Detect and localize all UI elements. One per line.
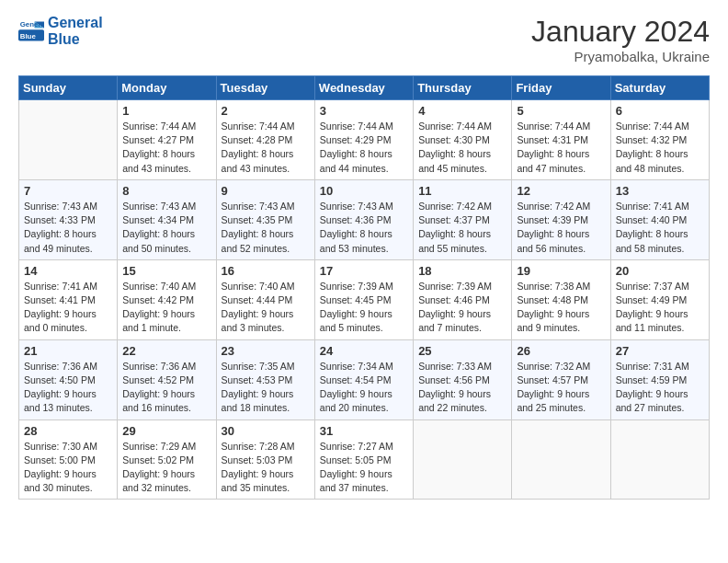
day-number: 20 bbox=[616, 264, 704, 278]
day-info: Sunrise: 7:39 AMSunset: 4:46 PMDaylight:… bbox=[418, 280, 506, 336]
day-cell: 2Sunrise: 7:44 AMSunset: 4:28 PMDaylight… bbox=[216, 100, 314, 180]
day-number: 10 bbox=[320, 184, 408, 198]
day-cell: 1Sunrise: 7:44 AMSunset: 4:27 PMDaylight… bbox=[118, 100, 216, 180]
day-cell: 17Sunrise: 7:39 AMSunset: 4:45 PMDayligh… bbox=[314, 259, 413, 339]
day-number: 26 bbox=[517, 344, 605, 358]
day-cell: 29Sunrise: 7:29 AMSunset: 5:02 PMDayligh… bbox=[118, 419, 216, 500]
day-number: 6 bbox=[616, 104, 704, 118]
day-info: Sunrise: 7:36 AMSunset: 4:52 PMDaylight:… bbox=[122, 360, 210, 416]
day-cell: 24Sunrise: 7:34 AMSunset: 4:54 PMDayligh… bbox=[314, 339, 413, 419]
col-header-thursday: Thursday bbox=[414, 76, 512, 100]
header-row: SundayMondayTuesdayWednesdayThursdayFrid… bbox=[19, 76, 710, 100]
day-info: Sunrise: 7:29 AMSunset: 5:02 PMDaylight:… bbox=[122, 440, 210, 496]
day-info: Sunrise: 7:43 AMSunset: 4:35 PMDaylight:… bbox=[222, 200, 310, 256]
day-info: Sunrise: 7:44 AMSunset: 4:29 PMDaylight:… bbox=[320, 120, 408, 176]
day-number: 29 bbox=[122, 424, 210, 438]
day-info: Sunrise: 7:43 AMSunset: 4:36 PMDaylight:… bbox=[320, 200, 408, 256]
col-header-monday: Monday bbox=[118, 76, 216, 100]
day-info: Sunrise: 7:37 AMSunset: 4:49 PMDaylight:… bbox=[616, 280, 704, 336]
day-number: 8 bbox=[122, 184, 210, 198]
day-number: 24 bbox=[320, 344, 408, 358]
day-number: 1 bbox=[122, 104, 210, 118]
day-number: 9 bbox=[222, 184, 310, 198]
day-number: 12 bbox=[517, 184, 605, 198]
day-number: 14 bbox=[24, 264, 112, 278]
logo: General Blue General Blue bbox=[18, 15, 103, 47]
day-cell: 23Sunrise: 7:35 AMSunset: 4:53 PMDayligh… bbox=[216, 339, 314, 419]
day-number: 31 bbox=[320, 424, 408, 438]
calendar-table: SundayMondayTuesdayWednesdayThursdayFrid… bbox=[18, 75, 710, 500]
day-cell: 26Sunrise: 7:32 AMSunset: 4:57 PMDayligh… bbox=[512, 339, 610, 419]
week-row-4: 21Sunrise: 7:36 AMSunset: 4:50 PMDayligh… bbox=[19, 339, 710, 419]
day-info: Sunrise: 7:30 AMSunset: 5:00 PMDaylight:… bbox=[24, 440, 112, 496]
day-number: 15 bbox=[122, 264, 210, 278]
day-info: Sunrise: 7:44 AMSunset: 4:30 PMDaylight:… bbox=[418, 120, 506, 176]
day-info: Sunrise: 7:27 AMSunset: 5:05 PMDaylight:… bbox=[320, 440, 408, 496]
day-cell: 19Sunrise: 7:38 AMSunset: 4:48 PMDayligh… bbox=[512, 259, 610, 339]
day-number: 7 bbox=[24, 184, 112, 198]
logo-line2: Blue bbox=[48, 31, 103, 48]
svg-text:Blue: Blue bbox=[20, 31, 37, 40]
day-number: 19 bbox=[517, 264, 605, 278]
day-cell: 10Sunrise: 7:43 AMSunset: 4:36 PMDayligh… bbox=[314, 179, 413, 259]
day-info: Sunrise: 7:28 AMSunset: 5:03 PMDaylight:… bbox=[222, 440, 310, 496]
day-info: Sunrise: 7:44 AMSunset: 4:28 PMDaylight:… bbox=[222, 120, 310, 176]
day-info: Sunrise: 7:42 AMSunset: 4:39 PMDaylight:… bbox=[517, 200, 605, 256]
week-row-2: 7Sunrise: 7:43 AMSunset: 4:33 PMDaylight… bbox=[19, 179, 710, 259]
day-info: Sunrise: 7:33 AMSunset: 4:56 PMDaylight:… bbox=[418, 360, 506, 416]
day-number: 4 bbox=[418, 104, 506, 118]
day-info: Sunrise: 7:38 AMSunset: 4:48 PMDaylight:… bbox=[517, 280, 605, 336]
day-info: Sunrise: 7:40 AMSunset: 4:42 PMDaylight:… bbox=[122, 280, 210, 336]
day-number: 18 bbox=[418, 264, 506, 278]
day-number: 11 bbox=[418, 184, 506, 198]
col-header-tuesday: Tuesday bbox=[216, 76, 314, 100]
day-cell: 31Sunrise: 7:27 AMSunset: 5:05 PMDayligh… bbox=[314, 419, 413, 500]
day-info: Sunrise: 7:43 AMSunset: 4:33 PMDaylight:… bbox=[24, 200, 112, 256]
day-cell: 28Sunrise: 7:30 AMSunset: 5:00 PMDayligh… bbox=[19, 419, 118, 500]
day-info: Sunrise: 7:42 AMSunset: 4:37 PMDaylight:… bbox=[418, 200, 506, 256]
day-info: Sunrise: 7:39 AMSunset: 4:45 PMDaylight:… bbox=[320, 280, 408, 336]
day-cell: 30Sunrise: 7:28 AMSunset: 5:03 PMDayligh… bbox=[216, 419, 314, 500]
day-info: Sunrise: 7:44 AMSunset: 4:31 PMDaylight:… bbox=[517, 120, 605, 176]
day-number: 16 bbox=[222, 264, 310, 278]
day-info: Sunrise: 7:35 AMSunset: 4:53 PMDaylight:… bbox=[222, 360, 310, 416]
day-number: 17 bbox=[320, 264, 408, 278]
col-header-friday: Friday bbox=[512, 76, 610, 100]
day-cell: 27Sunrise: 7:31 AMSunset: 4:59 PMDayligh… bbox=[610, 339, 709, 419]
day-cell: 20Sunrise: 7:37 AMSunset: 4:49 PMDayligh… bbox=[610, 259, 709, 339]
day-cell: 11Sunrise: 7:42 AMSunset: 4:37 PMDayligh… bbox=[414, 179, 512, 259]
month-title: January 2024 bbox=[531, 15, 710, 49]
day-cell bbox=[414, 419, 512, 500]
day-cell: 5Sunrise: 7:44 AMSunset: 4:31 PMDaylight… bbox=[512, 100, 610, 180]
day-info: Sunrise: 7:43 AMSunset: 4:34 PMDaylight:… bbox=[122, 200, 210, 256]
day-cell: 3Sunrise: 7:44 AMSunset: 4:29 PMDaylight… bbox=[314, 100, 413, 180]
day-info: Sunrise: 7:31 AMSunset: 4:59 PMDaylight:… bbox=[616, 360, 704, 416]
day-cell bbox=[610, 419, 709, 500]
day-number: 13 bbox=[616, 184, 704, 198]
col-header-wednesday: Wednesday bbox=[314, 76, 413, 100]
day-info: Sunrise: 7:34 AMSunset: 4:54 PMDaylight:… bbox=[320, 360, 408, 416]
week-row-3: 14Sunrise: 7:41 AMSunset: 4:41 PMDayligh… bbox=[19, 259, 710, 339]
day-info: Sunrise: 7:41 AMSunset: 4:40 PMDaylight:… bbox=[616, 200, 704, 256]
week-row-5: 28Sunrise: 7:30 AMSunset: 5:00 PMDayligh… bbox=[19, 419, 710, 500]
day-info: Sunrise: 7:32 AMSunset: 4:57 PMDaylight:… bbox=[517, 360, 605, 416]
day-number: 23 bbox=[222, 344, 310, 358]
day-cell: 16Sunrise: 7:40 AMSunset: 4:44 PMDayligh… bbox=[216, 259, 314, 339]
logo-icon: General Blue bbox=[18, 18, 44, 44]
day-info: Sunrise: 7:44 AMSunset: 4:27 PMDaylight:… bbox=[122, 120, 210, 176]
day-number: 21 bbox=[24, 344, 112, 358]
page-container: General Blue General Blue January 2024 P… bbox=[0, 0, 728, 509]
header: General Blue General Blue January 2024 P… bbox=[18, 15, 710, 64]
day-number: 30 bbox=[222, 424, 310, 438]
day-cell: 22Sunrise: 7:36 AMSunset: 4:52 PMDayligh… bbox=[118, 339, 216, 419]
day-cell bbox=[19, 100, 118, 180]
day-number: 5 bbox=[517, 104, 605, 118]
day-cell: 14Sunrise: 7:41 AMSunset: 4:41 PMDayligh… bbox=[19, 259, 118, 339]
day-cell: 15Sunrise: 7:40 AMSunset: 4:42 PMDayligh… bbox=[118, 259, 216, 339]
day-cell: 21Sunrise: 7:36 AMSunset: 4:50 PMDayligh… bbox=[19, 339, 118, 419]
logo-line1: General bbox=[48, 15, 103, 31]
day-number: 22 bbox=[122, 344, 210, 358]
title-block: January 2024 Pryamobalka, Ukraine bbox=[531, 15, 710, 64]
location: Pryamobalka, Ukraine bbox=[531, 49, 710, 64]
day-cell: 4Sunrise: 7:44 AMSunset: 4:30 PMDaylight… bbox=[414, 100, 512, 180]
